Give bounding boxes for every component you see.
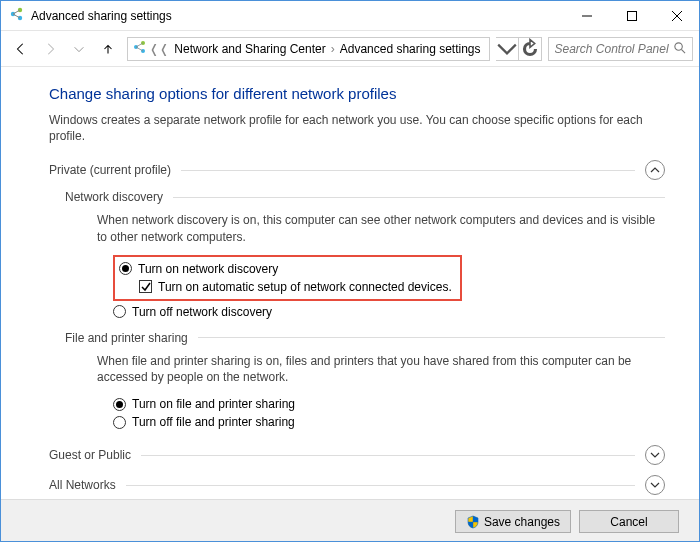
titlebar: Advanced sharing settings: [1, 1, 699, 31]
radio-icon[interactable]: [113, 305, 126, 318]
navbar: ❬❬ Network and Sharing Center › Advanced…: [1, 31, 699, 67]
page-description: Windows creates a separate network profi…: [49, 112, 665, 144]
radio-icon[interactable]: [113, 398, 126, 411]
checkbox-auto-setup[interactable]: Turn on automatic setup of network conne…: [119, 278, 452, 296]
checkbox-icon[interactable]: [139, 280, 152, 293]
breadcrumb-item[interactable]: Network and Sharing Center: [170, 42, 329, 56]
section-private-header[interactable]: Private (current profile): [49, 160, 665, 180]
button-label: Save changes: [484, 515, 560, 529]
checkbox-label: Turn on automatic setup of network conne…: [158, 278, 452, 296]
save-changes-button[interactable]: Save changes: [455, 510, 571, 533]
close-button[interactable]: [654, 1, 699, 30]
radio-label: Turn on network discovery: [138, 260, 278, 278]
radio-turn-off-network-discovery[interactable]: Turn off network discovery: [113, 303, 665, 321]
footer: Save changes Cancel: [1, 499, 699, 542]
section-label: Private (current profile): [49, 163, 171, 177]
radio-turn-on-file-printer-sharing[interactable]: Turn on file and printer sharing: [113, 395, 665, 413]
section-label: All Networks: [49, 478, 116, 492]
search-icon[interactable]: [673, 41, 686, 57]
expand-icon[interactable]: [645, 475, 665, 495]
network-sharing-icon: [132, 39, 148, 58]
breadcrumb-separator: ❬❬: [148, 42, 170, 56]
radio-turn-off-file-printer-sharing[interactable]: Turn off file and printer sharing: [113, 413, 665, 431]
window-title: Advanced sharing settings: [31, 9, 172, 23]
subsection-network-discovery: Network discovery: [49, 190, 665, 204]
search-input[interactable]: [555, 42, 670, 56]
radio-icon[interactable]: [113, 416, 126, 429]
address-bar[interactable]: ❬❬ Network and Sharing Center › Advanced…: [127, 37, 489, 61]
subsection-label: File and printer sharing: [65, 331, 188, 345]
back-button[interactable]: [7, 36, 34, 62]
content-area: Change sharing options for different net…: [1, 67, 699, 499]
page-heading: Change sharing options for different net…: [49, 85, 665, 102]
radio-label: Turn on file and printer sharing: [132, 395, 295, 413]
section-guest-public-header[interactable]: Guest or Public: [49, 445, 665, 465]
section-all-networks-header[interactable]: All Networks: [49, 475, 665, 495]
maximize-button[interactable]: [609, 1, 654, 30]
svg-rect-3: [627, 11, 636, 20]
forward-button: [36, 36, 63, 62]
breadcrumb-item[interactable]: Advanced sharing settings: [336, 42, 485, 56]
radio-icon[interactable]: [119, 262, 132, 275]
svg-point-7: [675, 42, 682, 49]
radio-label: Turn off file and printer sharing: [132, 413, 295, 431]
uac-shield-icon: [466, 515, 480, 529]
radio-turn-on-network-discovery[interactable]: Turn on network discovery: [119, 260, 452, 278]
up-button[interactable]: [94, 36, 121, 62]
recent-locations-button[interactable]: [65, 36, 92, 62]
refresh-button[interactable]: [519, 38, 541, 60]
collapse-icon[interactable]: [645, 160, 665, 180]
network-discovery-description: When network discovery is on, this compu…: [49, 212, 665, 244]
minimize-button[interactable]: [564, 1, 609, 30]
file-printer-description: When file and printer sharing is on, fil…: [49, 353, 665, 385]
highlight-annotation: Turn on network discovery Turn on automa…: [113, 255, 462, 301]
radio-label: Turn off network discovery: [132, 303, 272, 321]
address-history-button[interactable]: [496, 38, 518, 60]
subsection-label: Network discovery: [65, 190, 163, 204]
network-sharing-icon: [9, 6, 25, 25]
section-label: Guest or Public: [49, 448, 131, 462]
expand-icon[interactable]: [645, 445, 665, 465]
search-box[interactable]: [548, 37, 694, 61]
cancel-button[interactable]: Cancel: [579, 510, 679, 533]
subsection-file-printer-sharing: File and printer sharing: [49, 331, 665, 345]
